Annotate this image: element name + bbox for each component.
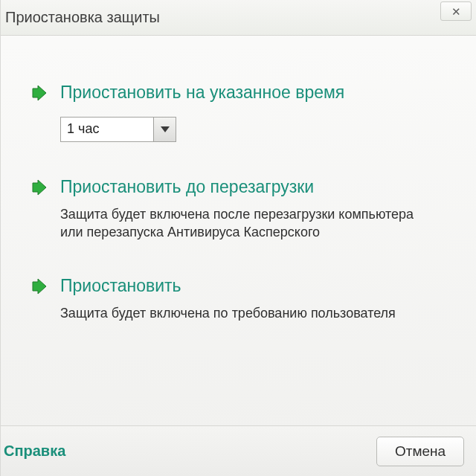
close-button[interactable]: ✕ bbox=[440, 1, 472, 21]
arrow-right-icon bbox=[30, 278, 47, 322]
dialog-window: Приостановка защиты ✕ Приостановить на у… bbox=[0, 0, 476, 476]
duration-value: 1 час bbox=[61, 118, 153, 141]
content-area: Приостановить на указанное время 1 час bbox=[1, 36, 476, 425]
option-pause-timed-link[interactable]: Приостановить на указанное время bbox=[60, 82, 446, 103]
option-description: Защита будет включена после перезагрузки… bbox=[60, 205, 417, 242]
footer: Справка Отмена bbox=[1, 425, 476, 476]
option-body: Приостановить до перезагрузки Защита буд… bbox=[60, 176, 446, 241]
option-pause-until-restart-link[interactable]: Приостановить до перезагрузки bbox=[60, 176, 446, 198]
arrow-right-icon bbox=[30, 179, 47, 241]
svg-marker-1 bbox=[161, 126, 170, 132]
dropdown-button[interactable] bbox=[153, 118, 176, 141]
close-icon: ✕ bbox=[451, 6, 461, 17]
option-body: Приостановить Защита будет включена по т… bbox=[60, 275, 446, 322]
window-title: Приостановка защиты bbox=[5, 9, 160, 26]
svg-marker-3 bbox=[33, 279, 46, 294]
option-pause-manual-link[interactable]: Приостановить bbox=[60, 275, 446, 297]
duration-dropdown[interactable]: 1 час bbox=[60, 117, 176, 142]
option-description: Защита будет включена по требованию поль… bbox=[60, 304, 417, 322]
option-pause-manual: Приостановить Защита будет включена по т… bbox=[30, 275, 446, 322]
cancel-button[interactable]: Отмена bbox=[376, 437, 464, 466]
svg-marker-2 bbox=[33, 180, 46, 195]
arrow-right-icon bbox=[30, 85, 47, 142]
chevron-down-icon bbox=[161, 126, 170, 132]
option-pause-until-restart: Приостановить до перезагрузки Защита буд… bbox=[30, 176, 446, 241]
option-pause-timed: Приостановить на указанное время 1 час bbox=[30, 82, 446, 142]
titlebar: Приостановка защиты ✕ bbox=[1, 0, 476, 36]
help-link[interactable]: Справка bbox=[4, 443, 65, 460]
option-body: Приостановить на указанное время 1 час bbox=[60, 82, 446, 142]
svg-marker-0 bbox=[33, 86, 46, 100]
